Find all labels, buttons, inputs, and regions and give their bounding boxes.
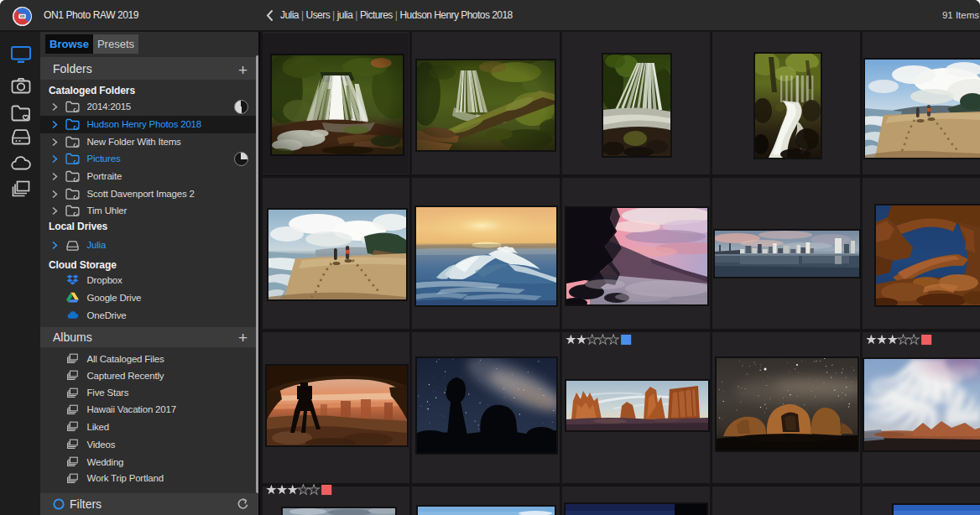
- svg-text:on: on: [19, 14, 24, 18]
